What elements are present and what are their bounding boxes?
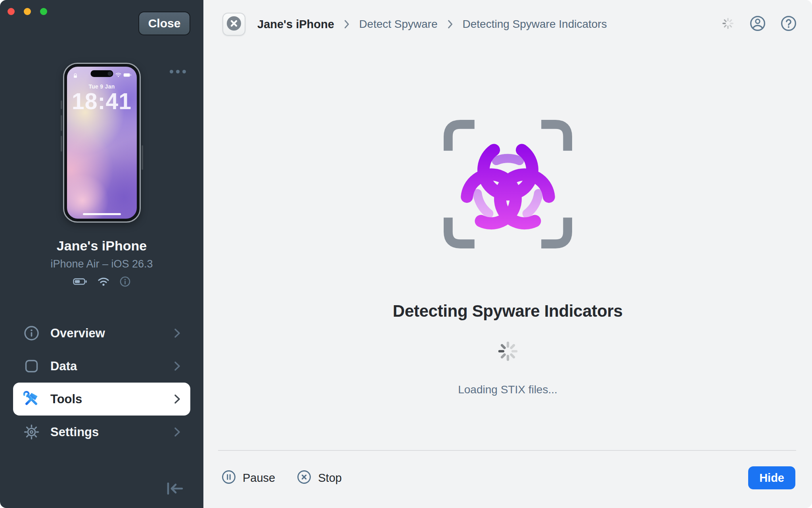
chevron-right-icon: [174, 327, 181, 339]
window-controls: [8, 8, 47, 15]
home-indicator: [83, 213, 121, 215]
data-box-icon: [23, 358, 40, 374]
phone-wifi-icon: [115, 73, 121, 77]
breadcrumb-bar: Jane's iPhone Detect Spyware Detecting S…: [203, 0, 812, 48]
task-content: Detecting Spyware Indicators Loadi: [203, 48, 812, 450]
dynamic-island: [90, 70, 113, 77]
page-title: Detecting Spyware Indicators: [393, 302, 623, 321]
pause-icon: [221, 470, 236, 486]
sidebar-item-label: Settings: [50, 425, 174, 439]
phone-mockup: Tue 9 Jan 18:41: [63, 63, 141, 223]
account-icon[interactable]: [749, 15, 766, 33]
sidebar-item-data[interactable]: Data: [13, 350, 190, 383]
collapse-sidebar-button[interactable]: [165, 481, 184, 498]
spinner-icon: [721, 16, 735, 32]
breadcrumb-device[interactable]: Jane's iPhone: [257, 18, 334, 31]
status-text: Loading STIX files...: [458, 383, 557, 396]
sidebar-item-label: Tools: [50, 392, 174, 406]
close-circle-icon: [226, 16, 241, 33]
help-icon[interactable]: [780, 15, 797, 33]
sidebar-item-label: Data: [50, 359, 174, 373]
sidebar: Close Tue 9 Jan 18:41: [0, 0, 203, 508]
sidebar-nav: Overview Data: [13, 317, 190, 448]
breadcrumb-detect-spyware[interactable]: Detect Spyware: [359, 18, 438, 31]
main-panel: Jane's iPhone Detect Spyware Detecting S…: [203, 0, 812, 508]
phone-time: 18:41: [67, 88, 137, 114]
traffic-zoom-icon[interactable]: [40, 8, 47, 15]
device-details: iPhone Air – iOS 26.3: [0, 258, 203, 270]
wifi-icon: [98, 277, 109, 286]
sidebar-item-tools[interactable]: Tools: [13, 383, 190, 416]
loading-spinner-icon: [496, 339, 520, 365]
traffic-minimize-icon[interactable]: [24, 8, 31, 15]
pause-button[interactable]: Pause: [221, 470, 275, 486]
info-icon[interactable]: [120, 276, 130, 287]
more-options-icon: [170, 70, 173, 73]
sidebar-item-label: Overview: [50, 326, 174, 341]
device-status-icons: [0, 276, 203, 287]
hide-button[interactable]: Hide: [748, 466, 795, 489]
sidebar-collapse-icon: [165, 491, 184, 497]
tools-icon: [23, 390, 40, 408]
device-options-button[interactable]: [170, 70, 186, 73]
close-button[interactable]: Close: [138, 12, 190, 35]
app-window: Close Tue 9 Jan 18:41: [0, 0, 812, 508]
traffic-close-icon[interactable]: [8, 8, 15, 15]
stop-icon: [297, 470, 312, 486]
chevron-right-icon: [174, 426, 181, 438]
chevron-separator-icon: [344, 19, 350, 29]
battery-icon: [73, 278, 87, 285]
task-footer: Pause Stop Hide: [218, 450, 796, 508]
phone-status-icons: [115, 73, 131, 77]
info-circle-icon: [23, 325, 40, 341]
gear-icon: [23, 424, 40, 440]
phone-battery-icon: [123, 73, 131, 77]
chevron-separator-icon: [447, 19, 453, 29]
lock-icon: [73, 73, 77, 80]
device-name: Jane's iPhone: [0, 238, 203, 254]
header-actions: [721, 15, 797, 33]
stop-button[interactable]: Stop: [297, 470, 342, 486]
sidebar-item-settings[interactable]: Settings: [13, 416, 190, 448]
close-task-button[interactable]: [222, 13, 245, 36]
biohazard-scan-icon: [444, 120, 572, 250]
breadcrumb-current: Detecting Spyware Indicators: [463, 18, 607, 31]
chevron-right-icon: [174, 393, 181, 405]
chevron-right-icon: [174, 360, 181, 372]
phone-lockscreen: Tue 9 Jan 18:41: [67, 67, 137, 219]
sidebar-item-overview[interactable]: Overview: [13, 317, 190, 350]
